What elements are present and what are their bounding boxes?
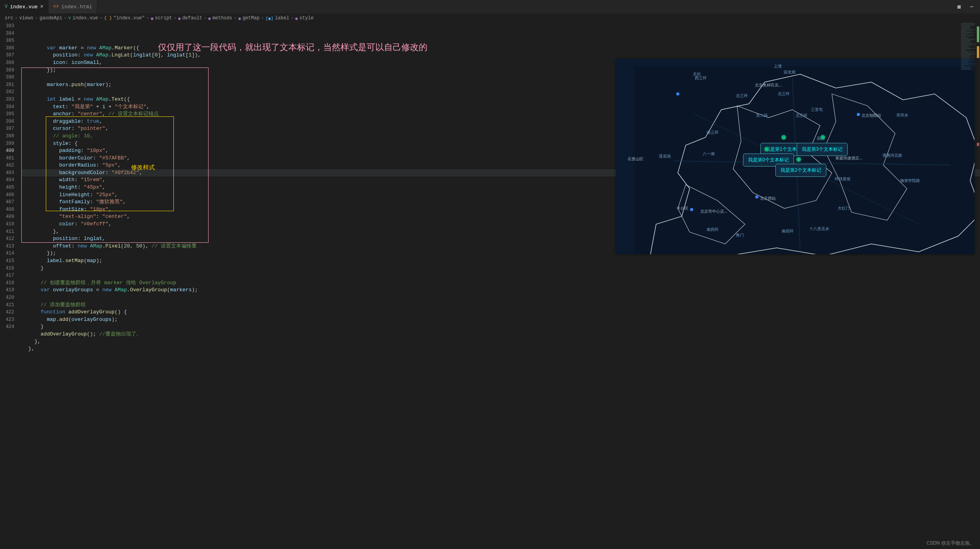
- breadcrumb-label: src: [5, 15, 13, 21]
- code-line[interactable]: // 创建覆盖物群组，并将 marker 传给 OverlayGroup: [22, 279, 980, 287]
- breadcrumb-label: gaodeApi: [40, 15, 62, 21]
- breadcrumb-item[interactable]: gaodeApi: [40, 15, 62, 21]
- code-line[interactable]: var overlayGroups = new AMap.OverlayGrou…: [22, 287, 980, 294]
- poi-dot-icon: [857, 113, 860, 116]
- breadcrumb-label: methods: [213, 15, 232, 21]
- map-place-label: 南四环: [707, 226, 719, 234]
- line-number: 387: [0, 52, 14, 59]
- line-number: 419: [0, 287, 14, 294]
- line-number: 383: [0, 22, 14, 30]
- line-number: 404: [0, 176, 14, 184]
- line-number: 403: [0, 169, 14, 177]
- tab-index-vue[interactable]: V index.vue ×: [0, 0, 49, 13]
- breadcrumb-item[interactable]: ◉style: [295, 15, 314, 21]
- breadcrumb-icon: ◉: [238, 16, 241, 21]
- breadcrumb-item[interactable]: ◉methods: [208, 15, 232, 21]
- line-number: 386: [0, 45, 14, 52]
- html-icon: <>: [53, 4, 59, 9]
- map-place-label: 角门: [736, 232, 744, 239]
- code-line[interactable]: },: [22, 338, 980, 346]
- annotation-yellow: 修改样式: [131, 164, 155, 171]
- map-text-marker[interactable]: 我是第2个文本标记: [775, 164, 826, 177]
- vue-icon: V: [5, 4, 8, 9]
- map-place-label: 物资学院路: [900, 177, 920, 185]
- close-icon[interactable]: ×: [40, 4, 43, 10]
- line-number: 393: [0, 96, 14, 103]
- code-line[interactable]: }: [22, 265, 980, 272]
- map-text-marker[interactable]: 我是第3个文本标记: [797, 143, 848, 156]
- line-number: 392: [0, 88, 14, 96]
- marker-dot-icon[interactable]: [796, 157, 801, 162]
- breadcrumb-item[interactable]: ◉getMap: [238, 15, 260, 21]
- split-editor-icon[interactable]: ▦: [955, 4, 963, 10]
- breadcrumb-label: label: [275, 15, 289, 21]
- line-number: 399: [0, 140, 14, 148]
- code-line[interactable]: position: new AMap.LngLat(lnglat[0], lng…: [22, 52, 980, 59]
- line-number: 388: [0, 59, 14, 67]
- line-number: 397: [0, 125, 14, 133]
- breadcrumb-item[interactable]: [◉]label: [265, 15, 289, 21]
- marker-dot-icon[interactable]: [781, 135, 786, 140]
- breadcrumb-icon: ◉: [178, 16, 181, 21]
- code-line[interactable]: },: [22, 345, 980, 353]
- poi-dot-icon: [690, 208, 693, 211]
- more-icon[interactable]: ⋯: [967, 4, 976, 10]
- map-place-label: 北三环: [778, 90, 790, 98]
- editor: 3833843853863873883893903913923933943953…: [0, 22, 980, 549]
- map-place-label: 回龙观: [784, 69, 796, 76]
- tab-index-html[interactable]: <> index.html: [49, 0, 97, 13]
- code-line[interactable]: }: [22, 323, 980, 331]
- chevron-right-icon: ›: [35, 15, 38, 21]
- code-line[interactable]: // 添加覆盖物群组: [22, 302, 980, 309]
- line-number: 417: [0, 272, 14, 279]
- map-place-label: 十八里店乡: [809, 225, 829, 233]
- map-place-label: 上清: [774, 63, 782, 70]
- breadcrumb-label: script: [155, 15, 172, 21]
- line-number: 384: [0, 30, 14, 37]
- tab-label: index.vue: [10, 4, 38, 10]
- map-preview[interactable]: 我是第1个文本我是第3个文本标记我是第0个文本标记我是第2个文本标记 上清回龙观…: [616, 59, 974, 254]
- breadcrumb-icon: [◉]: [265, 16, 273, 21]
- line-number: 411: [0, 228, 14, 236]
- map-place-label: 三里屯: [811, 106, 823, 114]
- watermark: CSDN @左手吻左脸。: [926, 540, 974, 547]
- line-number: 409: [0, 213, 14, 221]
- code-line[interactable]: function addOverlayGroup() {: [22, 309, 980, 316]
- code-line[interactable]: [22, 272, 980, 279]
- line-number: 424: [0, 323, 14, 331]
- breadcrumb-item[interactable]: ◉default: [178, 15, 202, 21]
- marker-dot-icon[interactable]: [820, 135, 826, 140]
- breadcrumb-icon: ◉: [151, 16, 154, 21]
- code-line[interactable]: addOverlayGroup(); //覆盖物出现了。: [22, 331, 980, 338]
- breadcrumb-icon: V: [68, 16, 71, 21]
- breadcrumb-item[interactable]: { }"index.vue": [104, 15, 145, 21]
- code-line[interactable]: label.setMap(map);: [22, 257, 980, 265]
- chevron-right-icon: ›: [261, 15, 264, 21]
- code-line[interactable]: [22, 294, 980, 302]
- line-number: 420: [0, 294, 14, 302]
- line-number: 396: [0, 118, 14, 126]
- line-number: 405: [0, 184, 14, 191]
- line-number-gutter: 3833843853863873883893903913923933943953…: [0, 22, 21, 549]
- chevron-right-icon: ›: [234, 15, 237, 21]
- breadcrumb-item[interactable]: src: [5, 15, 13, 21]
- breadcrumb-item[interactable]: ◉script: [151, 15, 172, 21]
- code-line[interactable]: map.add(overlayGroups);: [22, 316, 980, 324]
- map-place-label: 南三环: [707, 129, 719, 137]
- line-number: 418: [0, 279, 14, 287]
- line-number: 410: [0, 221, 14, 228]
- map-place-label: 家庭快捷酒店...: [835, 155, 862, 162]
- annotation-top: 仅仅用了这一段代码，就出现了文本标记，当然样式是可以自己修改的: [158, 44, 427, 51]
- line-number: 414: [0, 250, 14, 257]
- breadcrumb-icon: ◉: [295, 16, 298, 21]
- line-number: 416: [0, 265, 14, 272]
- code-area[interactable]: var marker = new AMap.Marker({ position:…: [21, 22, 980, 549]
- breadcrumb-label: index.vue: [72, 15, 98, 21]
- breadcrumb-item[interactable]: Vindex.vue: [68, 15, 98, 21]
- map-place-label: 莲花池: [659, 153, 671, 160]
- breadcrumb-label: default: [182, 15, 202, 21]
- chevron-right-icon: ›: [174, 15, 177, 21]
- breadcrumb-item[interactable]: views: [19, 15, 34, 21]
- line-number: 421: [0, 302, 14, 309]
- marker-dot-icon[interactable]: [764, 146, 769, 152]
